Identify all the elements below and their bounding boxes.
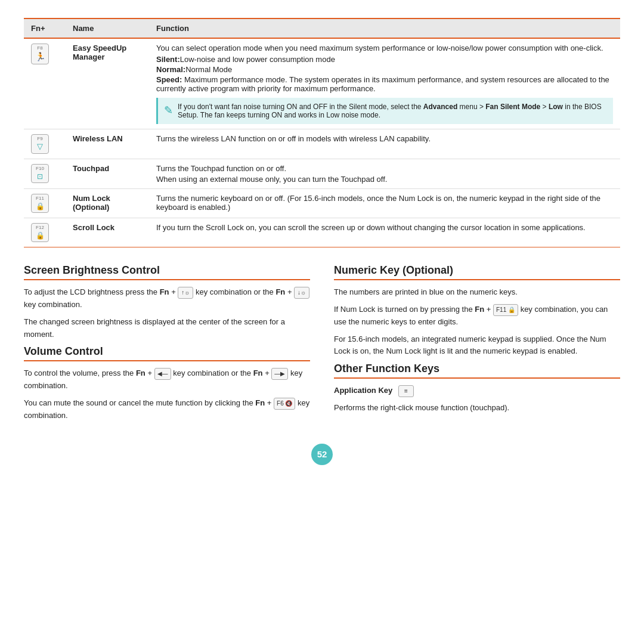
- function-table: Fn+ Name Function F8 🏃 Easy SpeedUp Mana…: [24, 18, 620, 247]
- other-function-title: Other Function Keys: [334, 363, 620, 379]
- row-name-numlock: Num Lock(Optional): [73, 194, 110, 212]
- page-number: 52: [311, 444, 333, 465]
- col-header-fn: Fn+: [24, 18, 66, 38]
- vol-down-key: ◀—: [154, 368, 171, 380]
- key-f10: F10 ⊡: [31, 164, 49, 183]
- right-column: Numeric Key (Optional) The numbers are p…: [334, 264, 620, 426]
- page-number-container: 52: [24, 444, 620, 465]
- brightness-up-key: ↑☼: [178, 287, 193, 299]
- row-name-wireless: Wireless LAN: [73, 134, 123, 143]
- app-key-icon: ≡: [398, 385, 414, 397]
- table-row: F12 🔒 Scroll Lock If you turn the Scroll…: [24, 218, 620, 247]
- table-row: F8 🏃 Easy SpeedUp Manager You can select…: [24, 38, 620, 129]
- col-header-name: Name: [66, 18, 149, 38]
- numeric-key-section: Numeric Key (Optional) The numbers are p…: [334, 264, 620, 358]
- brightness-down-key: ↓☼: [294, 287, 309, 299]
- row-func-wireless: Turns the wireless LAN function on or of…: [149, 129, 620, 159]
- row-name-speedup: Easy SpeedUp Manager: [73, 44, 126, 61]
- table-row: F11 🔒 Num Lock(Optional) Turns the numer…: [24, 189, 620, 218]
- mute-key: F6 🔇: [274, 398, 295, 410]
- volume-text1: To control the volume, press the Fn + ◀—…: [24, 367, 310, 392]
- volume-section: Volume Control To control the volume, pr…: [24, 345, 310, 422]
- row-func-numlock: Turns the numeric keyboard on or off. (F…: [149, 189, 620, 218]
- col-header-function: Function: [149, 18, 620, 38]
- numeric-text1: The numbers are printed in blue on the n…: [334, 286, 620, 299]
- key-f12: F12 🔒: [31, 223, 49, 242]
- numeric-key-title: Numeric Key (Optional): [334, 264, 620, 280]
- key-f8: F8 🏃: [31, 44, 49, 64]
- numeric-text2: If Num Lock is turned on by pressing the…: [334, 304, 620, 329]
- row-name-touchpad: Touchpad: [73, 164, 109, 173]
- row-name-scrolllock: Scroll Lock: [73, 223, 114, 232]
- numeric-text3: For 15.6-inch models, an integrated nume…: [334, 333, 620, 358]
- note-icon: ✎: [164, 104, 173, 117]
- note-box-speedup: ✎ If you don't want fan noise turning ON…: [156, 98, 613, 124]
- other-function-section: Other Function Keys Application Key ≡ Pe…: [334, 363, 620, 414]
- note-text-speedup: If you don't want fan noise turning ON a…: [178, 103, 607, 119]
- row-func-touchpad: Turns the Touchpad function on or off. W…: [149, 159, 620, 189]
- screen-brightness-section: Screen Brightness Control To adjust the …: [24, 264, 310, 340]
- app-key-row: Application Key ≡: [334, 385, 620, 397]
- key-f11: F11 🔒: [31, 194, 49, 213]
- left-column: Screen Brightness Control To adjust the …: [24, 264, 310, 426]
- key-f9: F9 ▽: [31, 134, 49, 154]
- row-func-speedup: You can select operation mode when you n…: [149, 38, 620, 129]
- numlock-key-inline: F11 🔒: [493, 304, 518, 316]
- bottom-sections: Screen Brightness Control To adjust the …: [24, 264, 620, 426]
- vol-up-key: —▶: [271, 368, 288, 380]
- table-row: F9 ▽ Wireless LAN Turns the wireless LAN…: [24, 129, 620, 159]
- app-key-label: Application Key: [334, 386, 392, 395]
- table-row: F10 ⊡ Touchpad Turns the Touchpad functi…: [24, 159, 620, 189]
- row-func-scrolllock: If you turn the Scroll Lock on, you can …: [149, 218, 620, 247]
- screen-brightness-text2: The changed screen brightness is display…: [24, 316, 310, 341]
- volume-title: Volume Control: [24, 345, 310, 361]
- volume-text2: You can mute the sound or cancel the mut…: [24, 397, 310, 422]
- app-key-desc: Performs the right-click mouse function …: [334, 402, 620, 414]
- screen-brightness-text1: To adjust the LCD brightness press the F…: [24, 286, 310, 311]
- screen-brightness-title: Screen Brightness Control: [24, 264, 310, 280]
